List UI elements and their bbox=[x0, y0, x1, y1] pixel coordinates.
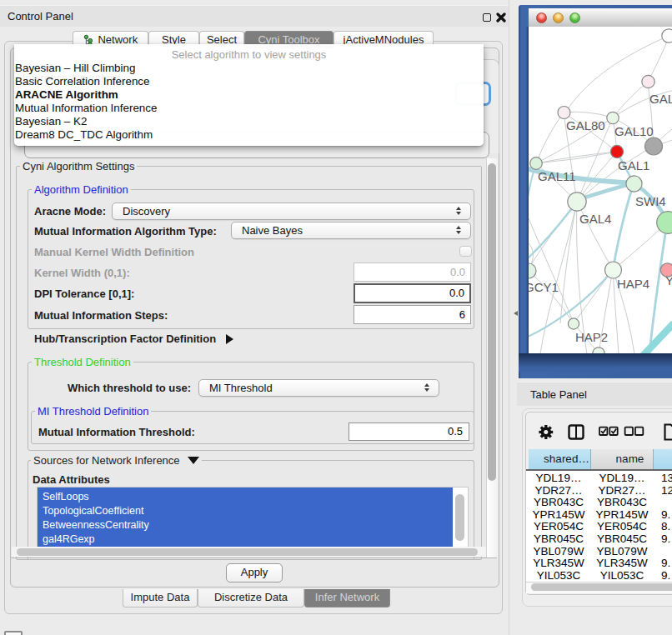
svg-text:SWI4: SWI4 bbox=[635, 194, 666, 208]
svg-text:GAL10: GAL10 bbox=[614, 124, 654, 138]
svg-text:HAP2: HAP2 bbox=[575, 330, 608, 344]
svg-text:GAL4: GAL4 bbox=[579, 212, 611, 226]
svg-text:GCY1: GCY1 bbox=[529, 280, 559, 294]
svg-text:GAL1: GAL1 bbox=[618, 158, 649, 172]
svg-text:HAP4: HAP4 bbox=[617, 277, 649, 291]
svg-text:GAL80: GAL80 bbox=[566, 118, 605, 132]
svg-text:GAL2: GAL2 bbox=[649, 92, 672, 106]
svg-text:GAL11: GAL11 bbox=[538, 169, 576, 183]
svg-text:Y: Y bbox=[665, 273, 672, 288]
